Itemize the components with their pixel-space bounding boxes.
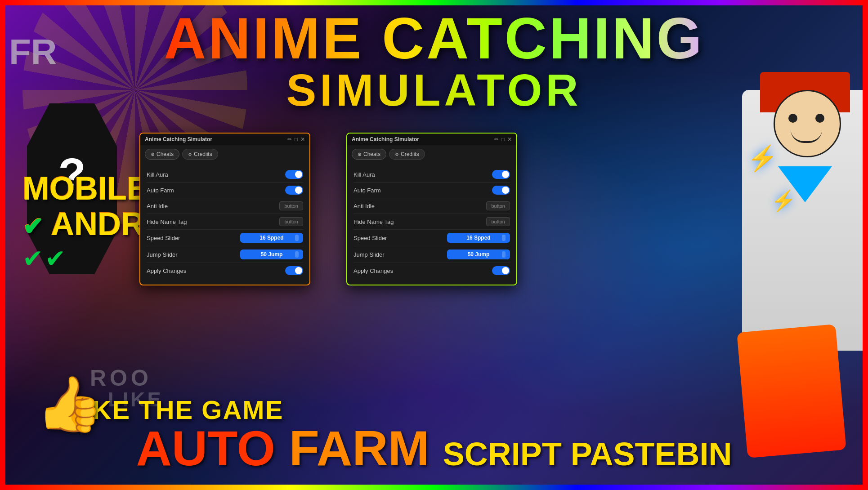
- script-pastebin-text: SCRIPT PASTEBIN: [443, 436, 732, 472]
- speed-slider-track-left: [295, 235, 299, 241]
- tab-cheats-left[interactable]: ⚙ Cheats: [145, 149, 179, 160]
- title-line1: ANIME CATCHING: [164, 9, 704, 67]
- label-auto-farm-left: Auto Farm: [147, 187, 174, 194]
- jump-slider-left[interactable]: 50 Jump: [240, 249, 303, 259]
- title-line2: SIMULATOR: [0, 67, 868, 112]
- row-jump-slider-left: Jump Slider 50 Jump: [147, 246, 303, 263]
- toggle-auto-farm-right[interactable]: [492, 186, 510, 195]
- tab-gear-icon-credits-left: ⚙: [188, 152, 192, 157]
- label-speed-slider-right: Speed Slider: [353, 235, 387, 241]
- close-icon-left[interactable]: ✕: [300, 136, 305, 143]
- checkmark-1: ✔: [22, 213, 43, 241]
- row-apply-changes-left: Apply Changes: [147, 263, 303, 278]
- speed-slider-track-right: [502, 235, 506, 241]
- jump-slider-track-left: [295, 251, 299, 258]
- button-hide-name-tag-left[interactable]: button: [279, 217, 303, 226]
- row-hide-name-tag-right: Hide Name Tag button: [353, 214, 510, 230]
- tab-credits-left[interactable]: ⚙ Crediits: [182, 149, 218, 160]
- tab-gear-icon-left: ⚙: [151, 152, 155, 157]
- row-apply-changes-right: Apply Changes: [353, 263, 510, 278]
- gui-title-left: Anime Catching Simulator: [145, 136, 212, 143]
- button-hide-name-tag-right[interactable]: button: [486, 217, 510, 226]
- label-kill-aura-right: Kill Aura: [353, 171, 375, 178]
- row-kill-aura-left: Kill Aura: [147, 167, 303, 183]
- toggle-kill-aura-right[interactable]: [492, 170, 510, 179]
- speed-slider-right[interactable]: 16 Spped: [447, 233, 510, 243]
- gui-titlebar-right: Anime Catching Simulator ✏ □ ✕: [347, 134, 516, 145]
- close-icon-right[interactable]: ✕: [507, 136, 512, 143]
- farm-text: FARM: [289, 420, 443, 476]
- label-jump-slider-left: Jump Slider: [147, 251, 178, 258]
- gui-content-left: Kill Aura Auto Farm Anti Idle button Hid…: [140, 163, 309, 285]
- label-kill-aura-left: Kill Aura: [147, 171, 168, 178]
- gui-window-right: Anime Catching Simulator ✏ □ ✕ ⚙ Cheats …: [346, 133, 517, 285]
- toggle-auto-farm-left[interactable]: [285, 186, 303, 195]
- lightning-icon-1: ⚡: [747, 144, 778, 173]
- edit-icon-left[interactable]: ✏: [287, 136, 292, 143]
- lightning-icon-2: ⚡: [771, 189, 796, 213]
- char-smile: [791, 129, 822, 143]
- button-anti-idle-left[interactable]: button: [279, 201, 303, 210]
- label-apply-changes-right: Apply Changes: [353, 267, 393, 274]
- row-speed-slider-left: Speed Slider 16 Spped: [147, 230, 303, 246]
- label-hide-name-tag-right: Hide Name Tag: [353, 218, 394, 225]
- row-kill-aura-right: Kill Aura: [353, 167, 510, 183]
- tab-gear-icon-credits-right: ⚙: [395, 152, 399, 157]
- row-hide-name-tag-left: Hide Name Tag button: [147, 214, 303, 230]
- label-anti-idle-left: Anti Idle: [147, 203, 168, 209]
- row-jump-slider-right: Jump Slider 50 Jump: [353, 246, 510, 263]
- row-speed-slider-right: Speed Slider 16 Spped: [353, 230, 510, 246]
- checkmark-3: ✔: [45, 245, 66, 272]
- speed-slider-left[interactable]: 16 Spped: [240, 233, 303, 243]
- char-eye-left: [788, 114, 797, 123]
- jump-slider-right[interactable]: 50 Jump: [447, 249, 510, 259]
- toggle-apply-changes-right[interactable]: [492, 266, 510, 275]
- toggle-kill-aura-left[interactable]: [285, 170, 303, 179]
- title-section: ANIME CATCHING SIMULATOR: [0, 9, 868, 112]
- window-icon-right[interactable]: □: [501, 136, 505, 143]
- char-eye-right: [815, 114, 824, 123]
- gui-tabs-left: ⚙ Cheats ⚙ Crediits: [140, 145, 309, 163]
- gui-content-right: Kill Aura Auto Farm Anti Idle button Hid…: [347, 163, 516, 285]
- row-auto-farm-left: Auto Farm: [147, 183, 303, 198]
- label-auto-farm-right: Auto Farm: [353, 187, 381, 194]
- bottom-section: AUTO FARM SCRIPT PASTEBIN: [0, 419, 868, 477]
- gui-controls-right: ✏ □ ✕: [494, 136, 512, 143]
- toggle-apply-changes-left[interactable]: [285, 266, 303, 275]
- label-hide-name-tag-left: Hide Name Tag: [147, 218, 187, 225]
- checkmark-2: ✔: [22, 245, 43, 272]
- label-apply-changes-left: Apply Changes: [147, 267, 186, 274]
- tab-gear-icon-right: ⚙: [358, 152, 362, 157]
- gui-title-right: Anime Catching Simulator: [352, 136, 419, 143]
- row-auto-farm-right: Auto Farm: [353, 183, 510, 198]
- label-speed-slider-left: Speed Slider: [147, 235, 180, 241]
- row-anti-idle-left: Anti Idle button: [147, 198, 303, 214]
- row-anti-idle-right: Anti Idle button: [353, 198, 510, 214]
- gui-controls-left: ✏ □ ✕: [287, 136, 305, 143]
- jump-slider-track-right: [502, 251, 506, 258]
- background: FR ? MOBILE ✔ ANDROID ✔ ✔ 👍: [0, 0, 868, 490]
- tab-credits-right[interactable]: ⚙ Crediits: [389, 149, 425, 160]
- tab-cheats-right[interactable]: ⚙ Cheats: [352, 149, 386, 160]
- label-jump-slider-right: Jump Slider: [353, 251, 385, 258]
- gui-titlebar-left: Anime Catching Simulator ✏ □ ✕: [140, 134, 309, 145]
- auto-text: AUTO: [136, 420, 289, 476]
- button-anti-idle-right[interactable]: button: [486, 201, 510, 210]
- gui-tabs-right: ⚙ Cheats ⚙ Crediits: [347, 145, 516, 163]
- window-icon-left[interactable]: □: [295, 136, 298, 143]
- label-anti-idle-right: Anti Idle: [353, 203, 375, 209]
- gui-window-left: Anime Catching Simulator ✏ □ ✕ ⚙ Cheats …: [139, 133, 310, 285]
- edit-icon-right[interactable]: ✏: [494, 136, 499, 143]
